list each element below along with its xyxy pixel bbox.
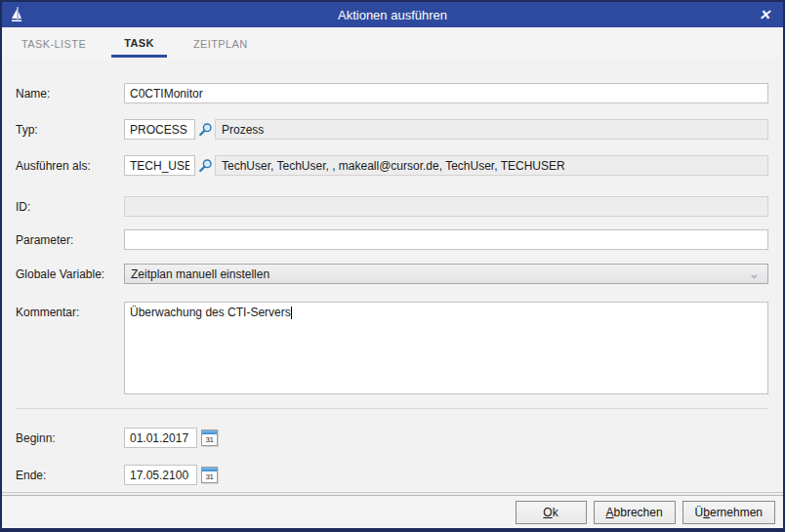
kommentar-row: Kommentar: Überwachung des CTI-Servers [16,302,768,394]
name-label: Name: [16,87,124,101]
id-label: ID: [16,200,124,214]
globale-variable-label: Globale Variable: [16,267,124,281]
title-bar: Aktionen ausführen ✕ [2,2,783,27]
ende-label: Ende: [16,469,124,482]
beginn-label: Beginn: [16,431,124,445]
magnifier-icon[interactable] [195,122,215,137]
section-divider [16,408,768,409]
name-input[interactable] [124,83,768,103]
footer: Ok Abbrechen Übernehmen [2,492,783,528]
chevron-down-icon: ⌄ [749,266,760,281]
parameter-label: Parameter: [16,233,124,247]
calendar-icon[interactable]: 31 [201,467,218,483]
abbrechen-button[interactable]: Abbrechen [594,501,676,524]
ende-row: Ende: 31 [16,465,768,485]
dialog-window: Aktionen ausführen ✕ TASK-LISTE TASK ZEI… [0,0,785,532]
globale-variable-value: Zeitplan manuell einstellen [131,267,269,281]
beginn-date-input[interactable] [124,428,197,448]
close-icon[interactable]: ✕ [752,2,777,27]
parameter-row: Parameter: [16,229,768,250]
tab-task[interactable]: TASK [111,29,167,58]
tab-zeitplan[interactable]: ZEITPLAN [193,30,248,56]
calendar-icon-number: 31 [202,434,217,445]
parameter-input[interactable] [124,229,768,250]
ok-button[interactable]: Ok [516,501,587,524]
ausfuehren-als-code-input[interactable] [124,155,195,176]
typ-label: Typ: [16,123,124,137]
text-caret [291,307,292,319]
typ-code-input[interactable] [124,119,195,140]
tab-task-liste[interactable]: TASK-LISTE [21,30,86,56]
kommentar-label: Kommentar: [16,302,124,319]
button-bar: Ok Abbrechen Übernehmen [2,496,783,528]
typ-row: Typ: Prozess [16,119,768,140]
tab-strip: TASK-LISTE TASK ZEITPLAN [2,27,783,59]
uebernehmen-button[interactable]: Übernehmen [682,501,775,524]
form-content: Name: Typ: Prozess Ausführen als: [2,83,783,485]
kommentar-textarea[interactable]: Überwachung des CTI-Servers [124,302,768,394]
sailboat-icon [2,6,31,23]
id-row: ID: [16,196,768,217]
typ-display-field: Prozess [215,119,768,140]
globale-variable-select[interactable]: Zeitplan manuell einstellen ⌄ [124,264,768,284]
ende-date-input[interactable] [124,465,197,485]
ausfuehren-als-label: Ausführen als: [16,159,124,173]
globale-variable-row: Globale Variable: Zeitplan manuell einst… [16,264,768,284]
calendar-icon-number: 31 [202,471,217,482]
ausfuehren-als-row: Ausführen als: TechUser, TechUser, , mak… [16,155,768,176]
name-row: Name: [16,83,768,103]
ausfuehren-als-display-field: TechUser, TechUser, , makeall@cursor.de,… [215,155,768,176]
calendar-icon[interactable]: 31 [201,430,218,446]
magnifier-icon[interactable] [195,158,215,173]
kommentar-text: Überwachung des CTI-Servers [130,306,291,319]
window-title: Aktionen ausführen [2,8,783,22]
id-input [124,196,768,217]
beginn-row: Beginn: 31 [16,428,768,448]
